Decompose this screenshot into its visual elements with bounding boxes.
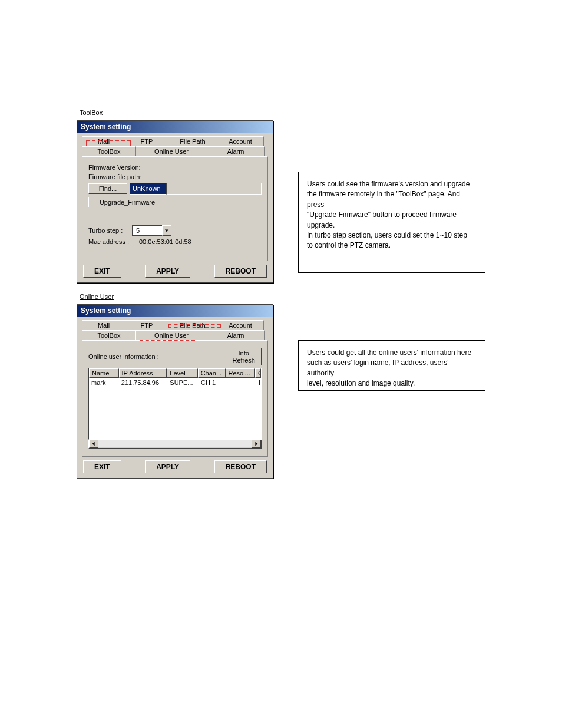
find-value: UnKnown bbox=[130, 183, 166, 195]
dialog-system-setting-toolbox: System setting Mail FTP File Path Accoun… bbox=[77, 120, 273, 283]
mac-address-value: 00:0e:53:01:0d:58 bbox=[139, 238, 191, 245]
scroll-track[interactable] bbox=[98, 440, 252, 447]
tab-strip-2: Mail FTP File Path Account ToolBox Onlin… bbox=[82, 320, 268, 340]
turbo-step-combo[interactable]: 5 bbox=[132, 225, 171, 236]
section-heading-toolbox: ToolBox bbox=[80, 109, 121, 116]
chevron-down-icon[interactable] bbox=[162, 225, 171, 236]
col-qua[interactable]: Qua bbox=[255, 368, 261, 378]
tab-file-path[interactable]: File Path bbox=[168, 136, 217, 146]
dialog-system-setting-online: System setting Mail FTP File Path Accoun… bbox=[77, 304, 273, 479]
cell-chan: CH 1 bbox=[199, 378, 226, 387]
cell-level: SUPE... bbox=[167, 378, 199, 387]
upgrade-firmware-button[interactable]: Upgrade_Firmware bbox=[88, 197, 166, 207]
col-level[interactable]: Level bbox=[167, 368, 197, 378]
desc1-l1: Users could see the firmware's version a… bbox=[307, 180, 470, 188]
description-box-online-user: Users could get all the online users' in… bbox=[298, 340, 485, 391]
tab-file-path-2[interactable]: File Path bbox=[168, 320, 217, 330]
info-refresh-button[interactable]: Info Refresh bbox=[226, 348, 262, 365]
section-heading-online-user: Online User bbox=[80, 293, 133, 300]
tab-alarm-2[interactable]: Alarm bbox=[207, 330, 265, 340]
apply-button-2[interactable]: APPLY bbox=[145, 460, 190, 473]
panel-toolbox: Firmware Version: Firmware file path: Fi… bbox=[82, 156, 268, 261]
svg-marker-1 bbox=[92, 442, 95, 446]
col-resol[interactable]: Resol... bbox=[226, 368, 256, 378]
apply-button[interactable]: APPLY bbox=[145, 265, 190, 278]
exit-button-2[interactable]: EXIT bbox=[83, 460, 121, 473]
col-ip[interactable]: IP Address bbox=[119, 368, 167, 378]
table-row[interactable]: mark 211.75.84.96 SUPE... CH 1 HIG bbox=[89, 378, 261, 387]
desc2-l2: such as users' login name, IP address, u… bbox=[307, 358, 448, 377]
tab-mail[interactable]: Mail bbox=[82, 136, 125, 146]
tab-toolbox-2[interactable]: ToolBox bbox=[82, 330, 136, 340]
scroll-right-icon[interactable] bbox=[252, 440, 261, 448]
col-chan[interactable]: Chan... bbox=[198, 368, 226, 378]
listview-header: Name IP Address Level Chan... Resol... Q… bbox=[89, 368, 261, 378]
cell-name: mark bbox=[89, 378, 119, 387]
titlebar: System setting bbox=[77, 121, 273, 133]
tab-ftp[interactable]: FTP bbox=[125, 136, 168, 146]
description-box-toolbox: Users could see the firmware's version a… bbox=[298, 172, 485, 273]
cell-resol bbox=[226, 378, 256, 387]
fw-file-path-label: Firmware file path: bbox=[88, 173, 141, 180]
tab-ftp-2[interactable]: FTP bbox=[125, 320, 168, 330]
desc1-l3a: Upgrade Firmware bbox=[309, 210, 368, 219]
desc1-l4: upgrade. bbox=[307, 221, 335, 229]
desc2-l3: level, resolution and image quality. bbox=[307, 379, 415, 387]
scroll-left-icon[interactable] bbox=[89, 440, 98, 448]
tab-mail-2[interactable]: Mail bbox=[82, 320, 125, 330]
mac-address-label: Mac address : bbox=[88, 238, 135, 245]
col-name[interactable]: Name bbox=[89, 368, 119, 378]
tab-strip: Mail FTP File Path Account ToolBox Onlin… bbox=[82, 136, 268, 156]
online-user-listview[interactable]: Name IP Address Level Chan... Resol... Q… bbox=[88, 368, 262, 440]
svg-marker-0 bbox=[165, 229, 168, 232]
desc2-l1: Users could get all the online users' in… bbox=[307, 348, 471, 357]
tab-alarm[interactable]: Alarm bbox=[207, 146, 265, 156]
tab-online-user[interactable]: Online User bbox=[135, 146, 207, 156]
svg-marker-2 bbox=[255, 442, 257, 446]
desc1-l3b: button to proceed firmware bbox=[371, 210, 457, 219]
reboot-button[interactable]: REBOOT bbox=[214, 265, 267, 278]
reboot-button-2[interactable]: REBOOT bbox=[214, 460, 267, 473]
tab-account-2[interactable]: Account bbox=[217, 320, 264, 330]
exit-button[interactable]: EXIT bbox=[83, 265, 121, 278]
online-user-info-label: Online user information : bbox=[88, 353, 159, 360]
desc1-l5: In turbo step section, users could set t… bbox=[307, 231, 467, 239]
fw-version-label: Firmware Version: bbox=[88, 164, 141, 171]
titlebar-2: System setting bbox=[77, 305, 273, 317]
firmware-path-field bbox=[166, 183, 262, 195]
horizontal-scrollbar[interactable] bbox=[88, 439, 262, 449]
tab-online-user-2[interactable]: Online User bbox=[135, 330, 207, 340]
turbo-step-value: 5 bbox=[132, 225, 162, 236]
find-button[interactable]: Find... bbox=[88, 183, 127, 194]
cell-ip: 211.75.84.96 bbox=[119, 378, 168, 387]
desc1-l2b: ToolBox bbox=[399, 190, 424, 198]
tab-account[interactable]: Account bbox=[217, 136, 264, 146]
desc1-l6: to control the PTZ camera. bbox=[307, 241, 391, 249]
tab-toolbox[interactable]: ToolBox bbox=[82, 146, 136, 156]
cell-qua: HIG bbox=[256, 378, 261, 387]
turbo-step-label: Turbo step : bbox=[88, 227, 128, 234]
panel-online-user: Online user information : Info Refresh N… bbox=[82, 340, 268, 457]
desc1-l2a: the firmware remotely in the bbox=[307, 190, 396, 198]
